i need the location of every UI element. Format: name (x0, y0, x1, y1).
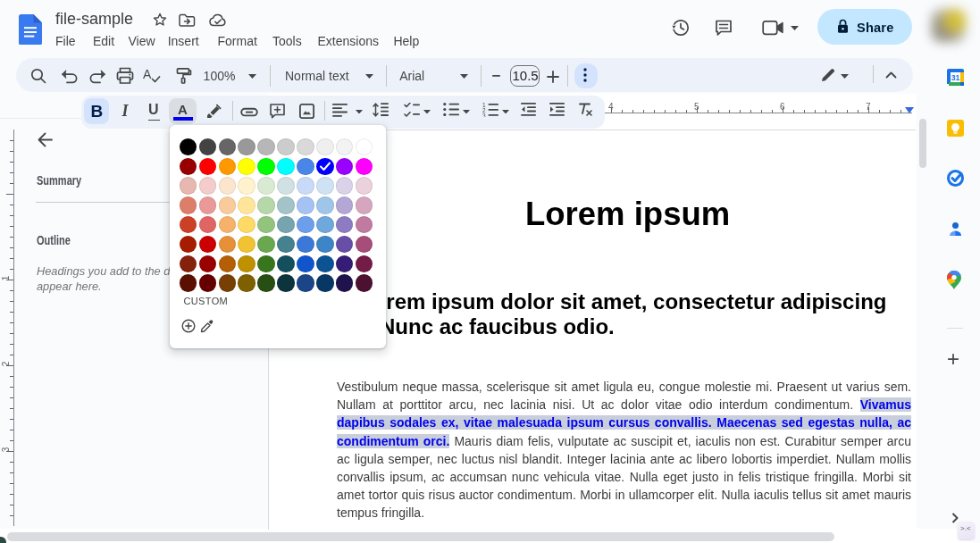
svg-text:A: A (143, 67, 152, 81)
svg-text:31: 31 (951, 73, 959, 82)
svg-text:3: 3 (482, 113, 486, 118)
